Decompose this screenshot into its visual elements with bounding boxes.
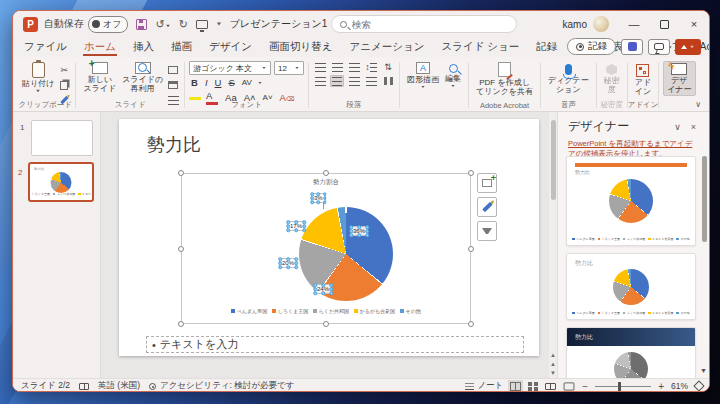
designer-scrollbar-thumb[interactable] [702,156,707,242]
minimize-button[interactable]: — [619,11,649,37]
label-handle[interactable] [278,261,282,265]
label-handle[interactable] [329,283,333,287]
font-size-select[interactable]: 12 [274,61,304,75]
highlight-button[interactable] [189,96,201,100]
powerpoint-app-icon[interactable]: P [23,17,38,32]
label-handle[interactable] [286,265,290,269]
label-handle[interactable] [278,257,282,261]
fit-to-window-icon[interactable] [693,380,704,391]
tab-draw[interactable]: 描画 [170,38,193,56]
slide-editing-surface[interactable]: 勢力比 勢力割合 36% 24% [119,119,539,356]
sensitivity-button[interactable]: 秘密 度 [601,61,623,95]
share-button[interactable] [675,39,701,55]
bold-button[interactable]: B [189,77,200,88]
slideshow-view-button[interactable] [564,382,575,390]
label-handle[interactable] [313,283,317,287]
label-handle[interactable] [323,200,327,204]
label-handle[interactable] [302,228,306,232]
reset-button[interactable] [166,79,180,91]
resize-handle[interactable] [178,321,184,327]
spellcheck-icon[interactable] [79,383,89,390]
paste-button[interactable]: 貼り付け [19,61,57,94]
search-box[interactable] [331,15,517,33]
label-handle[interactable] [286,228,290,232]
tab-record[interactable]: 記録 [535,38,558,56]
label-handle[interactable] [329,291,333,295]
resize-handle[interactable] [178,170,184,176]
label-handle[interactable] [365,229,369,233]
resize-handle[interactable] [323,321,329,327]
layout-button[interactable] [166,64,180,76]
indent-decrease-button[interactable] [347,61,361,73]
label-handle[interactable] [323,196,327,200]
label-handle[interactable] [313,287,317,291]
label-handle[interactable] [365,233,369,237]
normal-view-button[interactable] [510,382,521,391]
resize-handle[interactable] [468,321,474,327]
chart-object-selection[interactable]: 勢力割合 36% 24% 20% 17% 3% ぺんぎん帝国しろくま王国らくだ共… [181,173,471,324]
save-icon[interactable] [136,19,147,30]
design-suggestion-2[interactable]: 勢力比 ぺんぎん帝国しろくま王国らくだ共和国かるがも合衆国その他 [566,253,696,320]
record-button[interactable]: 記録 [567,38,616,55]
label-handle[interactable] [317,192,321,196]
qat-overflow-icon[interactable] [217,23,221,26]
tab-slideshow[interactable]: スライド ショー [440,38,520,56]
scroll-up-icon[interactable]: ▲ [550,352,556,358]
resize-handle[interactable] [323,170,329,176]
chart-filters-button[interactable] [477,221,497,241]
slide-sorter-view-button[interactable] [528,382,538,391]
numbering-button[interactable] [330,61,344,73]
comments-button[interactable] [648,39,670,55]
editing-menu-button[interactable]: 編集 [442,61,464,89]
chart-title[interactable]: 勢力割合 [182,178,470,187]
label-handle[interactable] [317,200,321,204]
label-handle[interactable] [323,192,327,196]
label-handle[interactable] [294,220,298,224]
chevron-down-icon[interactable]: ∨ [669,122,686,132]
designer-button[interactable]: デザ イナー [663,61,695,96]
label-handle[interactable] [329,287,333,291]
label-handle[interactable] [286,257,290,261]
copy-button[interactable] [57,79,71,91]
label-handle[interactable] [310,192,314,196]
data-label-20[interactable]: 20% [279,258,297,268]
label-handle[interactable] [357,225,361,229]
language-indicator[interactable]: 英語 (米国) [98,380,140,392]
align-left-button[interactable] [313,75,327,87]
tab-design[interactable]: デザイン [208,38,253,56]
slide-title[interactable]: 勢力比 [147,133,201,157]
next-slide-icon[interactable]: ▼ [550,370,556,376]
data-label-3[interactable]: 3% [311,193,326,203]
notes-button[interactable]: ノート [465,380,503,392]
tab-home[interactable]: ホーム [83,38,117,56]
label-handle[interactable] [310,196,314,200]
strikethrough-button[interactable]: S [226,77,236,88]
line-spacing-button[interactable]: ↕ [364,61,378,73]
reuse-slides-button[interactable]: スライドの 再利用 [119,61,166,94]
undo-icon[interactable]: ↺ [155,19,170,30]
italic-button[interactable]: I [203,77,210,88]
underline-button[interactable]: U [213,77,224,88]
chart-legend[interactable]: ぺんぎん帝国しろくま王国らくだ共和国かるがも合衆国その他 [182,308,470,314]
present-in-teams-button[interactable] [621,39,643,55]
align-right-button[interactable] [347,75,361,87]
start-slideshow-icon[interactable] [196,20,208,29]
zoom-slider[interactable] [595,386,651,387]
bullets-button[interactable] [313,61,327,73]
label-handle[interactable] [302,220,306,224]
zoom-level[interactable]: 61% [671,381,688,391]
accessibility-status[interactable]: アクセシビリティ: 検討が必要です [149,380,294,392]
designer-scroll-down-icon[interactable]: ▼ [700,367,707,374]
label-handle[interactable] [294,228,298,232]
close-button[interactable]: × [679,11,709,37]
resize-handle[interactable] [468,170,474,176]
design-suggestion-1[interactable]: 勢力比 ぺんぎん帝国しろくま王国らくだ共和国かるがも合衆国その他 [566,156,696,246]
zoom-out-icon[interactable]: − [582,381,588,392]
label-handle[interactable] [302,224,306,228]
data-label-36[interactable]: 36% [350,226,368,236]
label-handle[interactable] [286,220,290,224]
label-handle[interactable] [286,224,290,228]
chart-elements-button[interactable] [477,173,497,193]
chart-styles-button[interactable] [477,197,497,217]
resize-handle[interactable] [178,246,184,252]
